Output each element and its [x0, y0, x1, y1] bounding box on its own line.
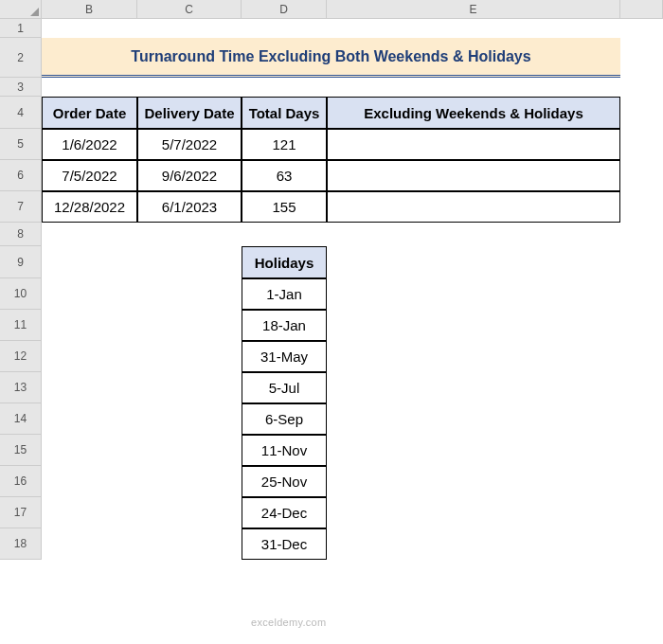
col-header-C[interactable]: C: [137, 0, 242, 19]
row-header-11[interactable]: 11: [0, 310, 42, 341]
row-header-15[interactable]: 15: [0, 435, 42, 466]
cell-exclude-0[interactable]: [327, 129, 620, 160]
row-header-10[interactable]: 10: [0, 278, 42, 310]
cell-order-1[interactable]: 7/5/2022: [42, 160, 137, 191]
select-all-corner[interactable]: [0, 0, 42, 19]
col-header-B[interactable]: B: [42, 0, 137, 19]
cell-delivery-0[interactable]: 5/7/2022: [137, 129, 242, 160]
row-header-2[interactable]: 2: [0, 38, 42, 78]
holidays-header[interactable]: Holidays: [242, 246, 327, 278]
col-header-F[interactable]: [620, 0, 663, 19]
page-title: Turnaround Time Excluding Both Weekends …: [42, 38, 620, 78]
row-header-13[interactable]: 13: [0, 372, 42, 403]
cell-total-2[interactable]: 155: [242, 191, 327, 223]
holiday-8[interactable]: 31-Dec: [242, 528, 327, 560]
cell-order-0[interactable]: 1/6/2022: [42, 129, 137, 160]
row-header-1[interactable]: 1: [0, 19, 42, 38]
header-total-days[interactable]: Total Days: [242, 97, 327, 129]
holiday-3[interactable]: 5-Jul: [242, 372, 327, 403]
cell-total-1[interactable]: 63: [242, 160, 327, 191]
holiday-0[interactable]: 1-Jan: [242, 278, 327, 310]
row-header-7[interactable]: 7: [0, 191, 42, 223]
header-order-date[interactable]: Order Date: [42, 97, 137, 129]
holiday-1[interactable]: 18-Jan: [242, 310, 327, 341]
cell-total-0[interactable]: 121: [242, 129, 327, 160]
row-header-6[interactable]: 6: [0, 160, 42, 191]
row-header-17[interactable]: 17: [0, 497, 42, 528]
holiday-7[interactable]: 24-Dec: [242, 497, 327, 528]
row-header-9[interactable]: 9: [0, 246, 42, 278]
row-header-5[interactable]: 5: [0, 129, 42, 160]
row-header-18[interactable]: 18: [0, 528, 42, 560]
col-header-D[interactable]: D: [242, 0, 327, 19]
holiday-2[interactable]: 31-May: [242, 341, 327, 372]
row-header-16[interactable]: 16: [0, 466, 42, 497]
row-header-8[interactable]: 8: [0, 223, 42, 246]
row-header-3[interactable]: 3: [0, 78, 42, 97]
cell-delivery-2[interactable]: 6/1/2023: [137, 191, 242, 223]
cell-exclude-1[interactable]: [327, 160, 620, 191]
header-delivery-date[interactable]: Delivery Date: [137, 97, 242, 129]
cell-delivery-1[interactable]: 9/6/2022: [137, 160, 242, 191]
holiday-5[interactable]: 11-Nov: [242, 435, 327, 466]
holiday-6[interactable]: 25-Nov: [242, 466, 327, 497]
cell-order-2[interactable]: 12/28/2022: [42, 191, 137, 223]
row-header-4[interactable]: 4: [0, 97, 42, 129]
row-header-12[interactable]: 12: [0, 341, 42, 372]
col-header-E[interactable]: E: [327, 0, 620, 19]
row-header-14[interactable]: 14: [0, 403, 42, 435]
header-excluding[interactable]: Excluding Weekends & Holidays: [327, 97, 620, 129]
watermark: exceldemy.com: [251, 617, 327, 628]
cell-exclude-2[interactable]: [327, 191, 620, 223]
holiday-4[interactable]: 6-Sep: [242, 403, 327, 435]
